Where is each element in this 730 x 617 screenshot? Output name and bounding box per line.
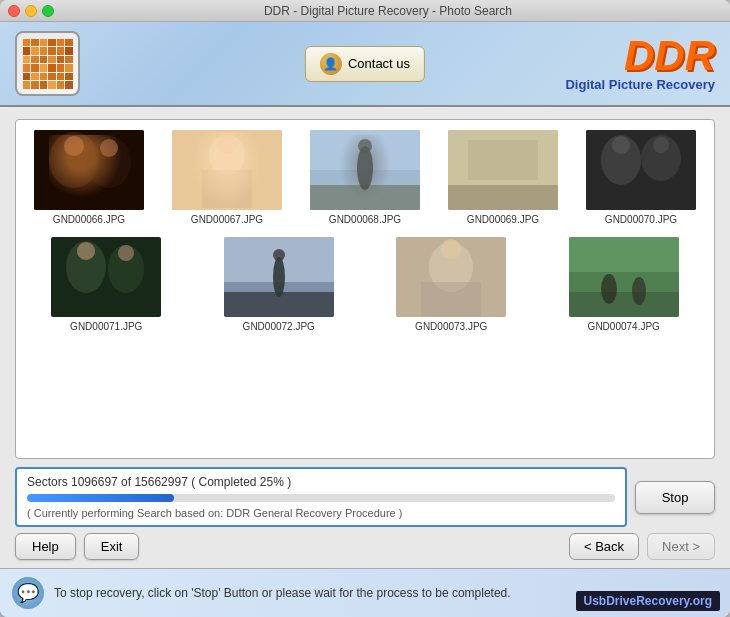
footer-brand-text: UsbDriveRecovery.org	[584, 594, 713, 608]
list-item[interactable]: GND00066.JPG	[26, 130, 152, 225]
photo-thumbnail[interactable]	[172, 130, 282, 210]
brand: DDR Digital Picture Recovery	[565, 35, 715, 92]
progress-bar-fill	[27, 494, 174, 502]
progress-sectors-text: Sectors 1096697 of 15662997 ( Completed …	[27, 475, 615, 489]
svg-point-27	[118, 245, 134, 261]
list-item[interactable]: GND00067.JPG	[164, 130, 290, 225]
help-button[interactable]: Help	[15, 533, 76, 560]
progress-section: Sectors 1096697 of 15662997 ( Completed …	[15, 467, 715, 527]
brand-subtitle: Digital Picture Recovery	[565, 77, 715, 92]
svg-point-1	[49, 132, 99, 188]
brand-ddr: DDR	[565, 35, 715, 77]
svg-point-2	[87, 136, 131, 188]
photo-label: GND00069.JPG	[467, 214, 539, 225]
maximize-button[interactable]	[42, 5, 54, 17]
svg-point-6	[209, 135, 245, 175]
app-window: DDR - Digital Picture Recovery - Photo S…	[0, 0, 730, 617]
svg-rect-18	[586, 130, 696, 210]
svg-point-32	[273, 249, 285, 261]
photo-label: GND00073.JPG	[415, 321, 487, 332]
list-item[interactable]: GND00068.JPG	[302, 130, 428, 225]
next-button[interactable]: Next >	[647, 533, 715, 560]
svg-rect-11	[310, 185, 420, 210]
svg-rect-0	[34, 130, 144, 210]
photo-thumbnail[interactable]	[51, 237, 161, 317]
list-item[interactable]: GND00073.JPG	[371, 237, 532, 332]
list-item[interactable]: GND00072.JPG	[199, 237, 360, 332]
list-item[interactable]: GND00069.JPG	[440, 130, 566, 225]
contact-icon: 👤	[320, 53, 342, 75]
svg-rect-39	[569, 292, 679, 317]
svg-rect-36	[421, 282, 481, 317]
photo-label: GND00067.JPG	[191, 214, 263, 225]
svg-rect-16	[448, 185, 558, 210]
svg-point-31	[273, 257, 285, 297]
stop-button[interactable]: Stop	[635, 481, 715, 514]
photo-label: GND00066.JPG	[53, 214, 125, 225]
progress-bar-container	[27, 494, 615, 502]
svg-point-8	[217, 134, 237, 154]
svg-point-3	[64, 136, 84, 156]
photo-thumbnail[interactable]	[310, 130, 420, 210]
info-icon: 💬	[12, 577, 44, 609]
photo-grid-container[interactable]: GND00066.JPG GND00067.JPG	[15, 119, 715, 459]
svg-rect-23	[51, 237, 161, 317]
progress-status-text: ( Currently performing Search based on: …	[27, 507, 615, 519]
progress-box: Sectors 1096697 of 15662997 ( Completed …	[15, 467, 627, 527]
photo-grid-row1: GND00066.JPG GND00067.JPG	[26, 130, 704, 225]
contact-button-label: Contact us	[348, 56, 410, 71]
footer-brand: UsbDriveRecovery.org	[576, 591, 721, 611]
footer-bar: 💬 To stop recovery, click on 'Stop' Butt…	[0, 568, 730, 617]
svg-rect-38	[569, 237, 679, 272]
back-button[interactable]: < Back	[569, 533, 639, 560]
svg-point-13	[358, 139, 372, 153]
photo-thumbnail[interactable]	[224, 237, 334, 317]
svg-point-21	[612, 136, 630, 154]
photo-thumbnail[interactable]	[448, 130, 558, 210]
nav-buttons: Help Exit < Back Next >	[15, 533, 715, 560]
contact-button[interactable]: 👤 Contact us	[305, 46, 425, 82]
close-button[interactable]	[8, 5, 20, 17]
svg-rect-10	[310, 130, 420, 170]
svg-point-35	[441, 239, 461, 259]
svg-point-26	[77, 242, 95, 260]
window-title: DDR - Digital Picture Recovery - Photo S…	[54, 4, 722, 18]
list-item[interactable]: GND00070.JPG	[578, 130, 704, 225]
photo-thumbnail[interactable]	[34, 130, 144, 210]
traffic-lights	[8, 5, 54, 17]
svg-point-4	[100, 139, 118, 157]
svg-rect-17	[468, 140, 538, 180]
list-item[interactable]: GND00074.JPG	[544, 237, 705, 332]
svg-rect-7	[202, 170, 252, 208]
photo-thumbnail[interactable]	[586, 130, 696, 210]
minimize-button[interactable]	[25, 5, 37, 17]
photo-label: GND00068.JPG	[329, 214, 401, 225]
photo-thumbnail[interactable]	[569, 237, 679, 317]
photo-label: GND00071.JPG	[70, 321, 142, 332]
svg-point-22	[653, 137, 669, 153]
photo-label: GND00074.JPG	[588, 321, 660, 332]
svg-point-40	[601, 274, 617, 304]
svg-point-41	[632, 277, 646, 305]
header: 👤 Contact us DDR Digital Picture Recover…	[0, 22, 730, 107]
photo-grid-row2: GND00071.JPG GND00072.JPG	[26, 237, 704, 332]
logo-mosaic	[23, 39, 73, 89]
photo-label: GND00070.JPG	[605, 214, 677, 225]
list-item[interactable]: GND00071.JPG	[26, 237, 187, 332]
svg-point-12	[357, 146, 373, 190]
exit-button[interactable]: Exit	[84, 533, 140, 560]
photo-thumbnail[interactable]	[396, 237, 506, 317]
title-bar: DDR - Digital Picture Recovery - Photo S…	[0, 0, 730, 22]
app-logo	[15, 31, 80, 96]
svg-rect-5	[172, 130, 282, 210]
photo-label: GND00072.JPG	[243, 321, 315, 332]
main-content: GND00066.JPG GND00067.JPG	[0, 107, 730, 568]
